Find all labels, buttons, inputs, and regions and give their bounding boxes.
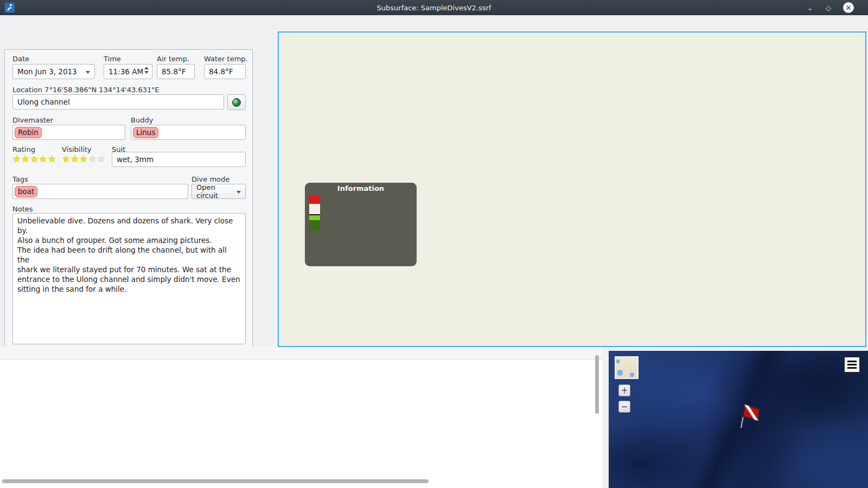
location-label: Location 7°16'58.386"N 134°14'43.631"E (12, 86, 159, 94)
app-icon (4, 2, 15, 13)
map-menu-button[interactable] (844, 356, 860, 373)
time-label: Time (104, 55, 121, 63)
tags-label: Tags (12, 175, 28, 183)
chevron-down-icon (237, 191, 241, 194)
vertical-scrollbar[interactable] (595, 354, 599, 467)
suit-input[interactable]: wet, 3mm (112, 152, 246, 167)
profile-toolbar (256, 34, 277, 348)
horizontal-scrollbar[interactable] (0, 479, 595, 483)
star-filled-icon[interactable]: ★ (30, 155, 39, 164)
visibility-stars[interactable]: ★★★★★ (62, 155, 105, 164)
airtemp-label: Air temp. (157, 55, 189, 63)
airtemp-field[interactable]: 85.8°F (157, 64, 195, 79)
tags-input[interactable]: boat (12, 184, 188, 199)
map-zoom-out-button[interactable]: − (618, 401, 630, 413)
title-bar: Subsurface: SampleDivesV2.ssrf ⌄ ◇ ✕ (0, 0, 868, 15)
star-filled-icon[interactable]: ★ (71, 155, 79, 164)
chevron-down-icon (86, 71, 90, 74)
star-filled-icon[interactable]: ★ (48, 155, 56, 164)
window-title: Subsurface: SampleDivesV2.ssrf (0, 4, 868, 12)
map-panel[interactable]: + − (609, 351, 868, 488)
map-globe-button[interactable] (227, 94, 246, 110)
buddy-chip[interactable]: Linus (133, 127, 158, 138)
star-filled-icon[interactable]: ★ (62, 155, 70, 164)
visibility-label: Visibility (62, 145, 91, 153)
star-filled-icon[interactable]: ★ (21, 155, 29, 164)
spinner-arrows-icon[interactable] (144, 67, 149, 74)
divemode-dropdown[interactable]: Open circuit (192, 184, 246, 199)
buddy-input[interactable]: Linus (131, 125, 246, 140)
watertemp-field[interactable]: 84.8°F (204, 64, 246, 79)
maximize-button[interactable]: ◇ (822, 2, 834, 13)
divemaster-chip[interactable]: Robin (15, 127, 42, 138)
notes-panel: Date Time Air temp. Water temp. Mon Jun … (4, 49, 253, 350)
dive-list-header (0, 347, 602, 359)
menu-bar (0, 15, 868, 31)
tag-chip[interactable]: boat (15, 186, 37, 197)
tab-bar (4, 35, 253, 50)
notes-label: Notes (12, 205, 33, 213)
minimize-button[interactable]: ⌄ (804, 2, 816, 13)
star-empty-icon[interactable]: ★ (88, 155, 97, 164)
map-overview-thumbnail[interactable] (615, 356, 639, 379)
star-filled-icon[interactable]: ★ (12, 155, 21, 164)
date-label: Date (12, 55, 29, 63)
rating-stars[interactable]: ★★★★★ (12, 155, 56, 164)
dive-flag-marker[interactable] (735, 401, 765, 433)
dive-list (0, 347, 602, 488)
star-filled-icon[interactable]: ★ (39, 155, 47, 164)
time-spinner[interactable]: 11:36 AM (104, 64, 152, 79)
close-button[interactable]: ✕ (843, 2, 854, 13)
dive-profile-chart[interactable]: Information (278, 31, 866, 347)
rating-label: Rating (12, 145, 35, 153)
location-input[interactable]: Ulong channel (12, 94, 224, 110)
divemaster-input[interactable]: Robin (12, 125, 125, 140)
map-zoom-in-button[interactable]: + (618, 384, 630, 396)
info-tooltip-title: Information (308, 184, 413, 192)
buddy-label: Buddy (131, 116, 153, 124)
notes-textarea[interactable]: Unbelievable dive. Dozens and dozens of … (12, 213, 246, 344)
divemaster-label: Divemaster (12, 116, 53, 124)
date-dropdown[interactable]: Mon Jun 3, 2013 (12, 64, 95, 79)
star-empty-icon[interactable]: ★ (97, 155, 105, 164)
divemode-label: Dive mode (192, 175, 229, 183)
info-tooltip: Information (305, 183, 417, 266)
watertemp-label: Water temp. (204, 55, 248, 63)
tank-pressure-bar-icon (309, 196, 320, 234)
globe-icon (232, 98, 241, 107)
star-filled-icon[interactable]: ★ (80, 155, 88, 164)
